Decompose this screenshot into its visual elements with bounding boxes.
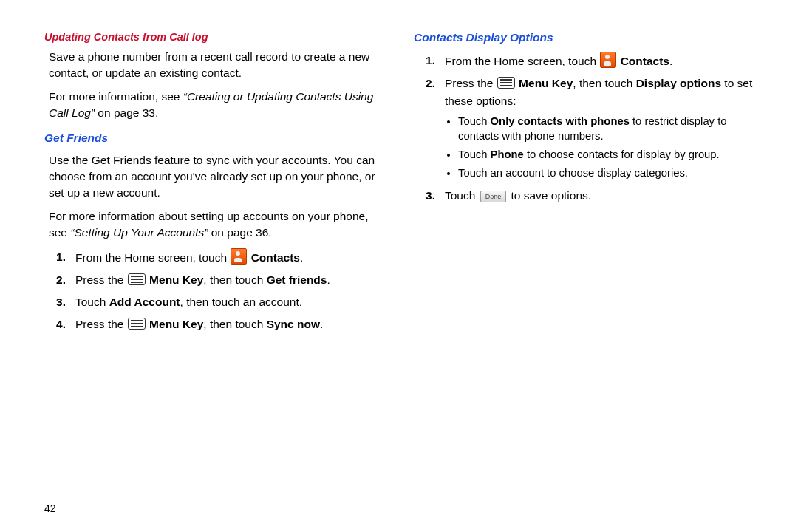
para-update-ref: For more information, see “Creating or U…	[49, 89, 384, 121]
para-getfriends-intro: Use the Get Friends feature to sync with…	[49, 152, 384, 201]
only-contacts-phones-label: Only contacts with phones	[491, 115, 630, 127]
phone-label: Phone	[491, 149, 524, 160]
steps-display-options-cont: Touch Done to save options.	[426, 187, 754, 205]
menu-key-label: Menu Key	[519, 77, 573, 89]
step: From the Home screen, touch Contacts.	[426, 52, 754, 70]
step: Press the Menu Key, then touch Sync now.	[56, 316, 384, 333]
text: , then touch	[203, 318, 266, 330]
contacts-icon	[600, 52, 616, 68]
text: , then touch an account.	[180, 296, 302, 308]
menu-key-label: Menu Key	[149, 318, 203, 330]
text: on page 36.	[208, 226, 271, 239]
text: to choose contacts for display by group.	[524, 149, 720, 160]
text: to save options.	[508, 189, 591, 202]
text: Press the	[75, 273, 127, 286]
contacts-label: Contacts	[251, 251, 300, 264]
done-button-icon: Done	[480, 191, 507, 202]
text: Touch	[458, 115, 491, 127]
text: , then touch	[203, 273, 266, 286]
ref-link-accounts: “Setting Up Your Accounts”	[70, 226, 208, 239]
text: Touch	[458, 149, 491, 160]
steps-display-options: From the Home screen, touch Contacts. Pr…	[426, 52, 754, 110]
right-column: Contacts Display Options From the Home s…	[414, 31, 754, 517]
heading-get-friends: Get Friends	[44, 132, 384, 145]
text: For more information, see	[49, 90, 183, 103]
menu-key-label: Menu Key	[149, 273, 203, 286]
menu-key-icon	[128, 273, 146, 285]
contacts-icon	[231, 248, 247, 265]
bullet: Touch Only contacts with phones to restr…	[458, 115, 754, 144]
display-option-bullets: Touch Only contacts with phones to restr…	[445, 115, 754, 181]
heading-display-options: Contacts Display Options	[414, 31, 754, 44]
text: on page 33.	[95, 106, 158, 119]
step: Touch Add Account, then touch an account…	[56, 293, 384, 311]
step: Press the Menu Key, then touch Get frien…	[56, 271, 384, 289]
text: Touch	[445, 189, 479, 202]
text: .	[320, 318, 323, 330]
step: Touch Done to save options.	[426, 187, 754, 205]
para-getfriends-ref: For more information about setting up ac…	[49, 208, 384, 241]
text: .	[327, 273, 330, 286]
bullet: Touch an account to choose display categ…	[458, 166, 754, 181]
text: From the Home screen, touch	[445, 55, 599, 67]
heading-updating-contacts: Updating Contacts from Call log	[44, 31, 384, 43]
step: From the Home screen, touch Contacts.	[56, 248, 384, 267]
text: .	[300, 251, 303, 264]
text: Press the	[445, 77, 497, 89]
contacts-label: Contacts	[621, 55, 669, 67]
manual-page: Updating Contacts from Call log Save a p…	[0, 0, 798, 532]
bullet: Touch Phone to choose contacts for displ…	[458, 148, 754, 163]
add-account-label: Add Account	[109, 296, 180, 308]
menu-key-icon	[497, 77, 515, 89]
steps-get-friends: From the Home screen, touch Contacts. Pr…	[56, 248, 384, 333]
text: Press the	[75, 318, 127, 330]
text: Touch an account to choose display categ…	[458, 167, 688, 179]
sync-now-label: Sync now	[267, 318, 320, 330]
text: , then touch	[573, 77, 635, 89]
left-column: Updating Contacts from Call log Save a p…	[44, 31, 384, 517]
para-update-intro: Save a phone number from a recent call r…	[49, 49, 384, 81]
text: Touch	[75, 296, 109, 308]
get-friends-label: Get friends	[267, 273, 327, 286]
text: From the Home screen, touch	[75, 251, 230, 264]
menu-key-icon	[128, 318, 146, 330]
text: .	[669, 55, 672, 67]
display-options-label: Display options	[636, 77, 721, 89]
page-number: 42	[44, 502, 56, 514]
step: Press the Menu Key, then touch Display o…	[426, 75, 754, 110]
